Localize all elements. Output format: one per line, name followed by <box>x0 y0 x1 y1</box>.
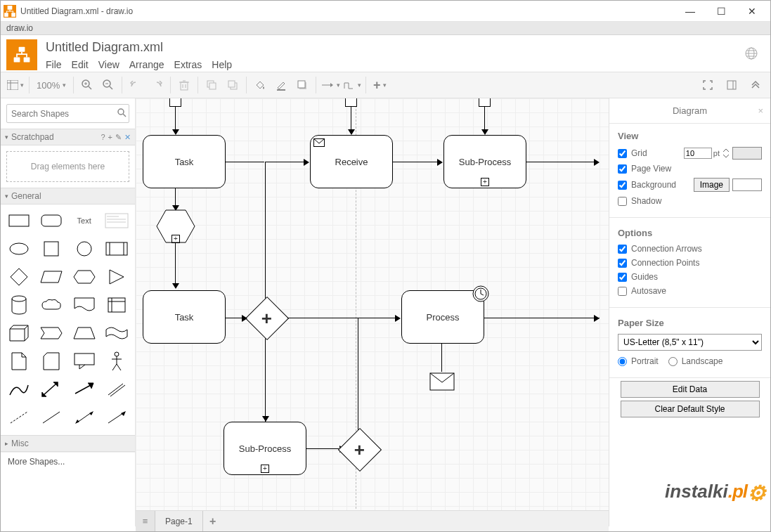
zoom-out-button[interactable] <box>99 76 117 94</box>
menu-view[interactable]: View <box>98 59 119 70</box>
shape-note[interactable] <box>5 349 33 373</box>
line-color-button[interactable] <box>272 76 290 94</box>
collapse-panel-button[interactable] <box>746 76 765 94</box>
autosave-checkbox[interactable] <box>618 287 627 296</box>
document-title[interactable]: Untitled Diagram.xml <box>46 40 745 56</box>
shape-hexagon[interactable] <box>70 265 98 289</box>
add-icon[interactable]: + <box>108 133 112 142</box>
conn-arrows-checkbox[interactable] <box>618 245 627 254</box>
expand-icon[interactable]: + <box>481 178 489 186</box>
canvas[interactable]: ⦙ Task Receive Sub-Process + <box>136 98 609 526</box>
shape-cloud[interactable] <box>37 293 65 317</box>
menu-arrange[interactable]: Arrange <box>129 59 164 70</box>
background-color-swatch[interactable] <box>732 179 762 191</box>
connection-style-button[interactable] <box>320 76 340 94</box>
shape-trapezoid[interactable] <box>70 321 98 345</box>
more-shapes-button[interactable]: More Shapes... <box>1 452 135 471</box>
shape-circle[interactable] <box>70 237 98 261</box>
zoom-in-button[interactable] <box>78 76 96 94</box>
hexagon-subprocess[interactable]: + <box>156 209 195 245</box>
background-checkbox[interactable] <box>618 181 627 190</box>
shape-callout[interactable] <box>70 349 98 373</box>
menu-file[interactable]: File <box>46 59 62 70</box>
shape-stub[interactable] <box>169 98 181 107</box>
clear-style-button[interactable]: Clear Default Style <box>621 401 760 417</box>
page-tab[interactable]: Page-1 <box>155 511 203 531</box>
general-header[interactable]: ▾ General <box>1 188 135 205</box>
search-input[interactable] <box>11 109 117 119</box>
grid-checkbox[interactable] <box>618 149 627 158</box>
pageview-checkbox[interactable] <box>618 164 627 174</box>
shape-ellipse[interactable] <box>5 237 33 261</box>
process-node[interactable]: Process <box>401 290 484 344</box>
message-node[interactable] <box>429 372 455 391</box>
maximize-button[interactable]: ☐ <box>706 1 737 21</box>
to-front-button[interactable] <box>202 76 221 94</box>
stepper-icon[interactable] <box>723 148 730 159</box>
shape-stub[interactable] <box>479 98 491 107</box>
search-icon[interactable] <box>117 108 127 119</box>
shape-square[interactable] <box>37 237 65 261</box>
add-page-button[interactable]: + <box>203 511 223 531</box>
shape-parallelogram[interactable] <box>37 265 65 289</box>
minimize-button[interactable]: — <box>675 1 706 21</box>
shape-cube[interactable] <box>5 321 33 345</box>
redo-button[interactable] <box>148 76 166 94</box>
shape-curve[interactable] <box>5 377 33 401</box>
scratchpad-dropzone[interactable]: Drag elements here <box>6 151 129 182</box>
background-image-button[interactable]: Image <box>694 178 730 192</box>
receive-node[interactable]: Receive <box>310 135 393 188</box>
guides-checkbox[interactable] <box>618 273 627 282</box>
menu-extras[interactable]: Extras <box>174 59 202 70</box>
conn-points-checkbox[interactable] <box>618 259 627 268</box>
edit-data-button[interactable]: Edit Data <box>621 381 760 398</box>
shape-bidir-connector[interactable] <box>70 406 98 429</box>
shape-actor[interactable] <box>103 349 131 373</box>
shape-link[interactable] <box>103 377 131 401</box>
shape-diamond[interactable] <box>5 265 33 289</box>
shape-line[interactable] <box>37 406 65 429</box>
search-shapes[interactable] <box>6 104 129 123</box>
page-tabs-menu[interactable]: ≡ <box>136 511 155 531</box>
expand-icon[interactable]: + <box>261 465 269 473</box>
shape-textbox[interactable] <box>103 209 131 233</box>
close-panel-icon[interactable]: × <box>758 105 763 116</box>
close-icon[interactable]: ✕ <box>124 133 131 142</box>
misc-header[interactable]: ▸ Misc <box>1 435 135 452</box>
edit-icon[interactable]: ✎ <box>115 133 122 142</box>
shape-internal-storage[interactable] <box>103 293 131 317</box>
shape-arrow[interactable] <box>70 377 98 401</box>
shape-bidir-arrow[interactable] <box>37 377 65 401</box>
portrait-radio[interactable] <box>618 357 627 366</box>
waypoint-style-button[interactable] <box>343 76 361 94</box>
shape-directional-connector[interactable] <box>103 406 131 429</box>
delete-button[interactable] <box>175 76 193 94</box>
shape-step[interactable] <box>37 321 65 345</box>
menu-help[interactable]: Help <box>212 59 232 70</box>
format-panel-button[interactable] <box>723 76 741 94</box>
papersize-select[interactable]: US-Letter (8,5" x 11") <box>618 334 762 351</box>
undo-button[interactable] <box>127 76 145 94</box>
expand-icon[interactable]: + <box>171 235 180 243</box>
to-back-button[interactable] <box>223 76 242 94</box>
shape-rectangle[interactable] <box>5 209 33 233</box>
shape-stub[interactable] <box>345 98 357 107</box>
view-mode-button[interactable] <box>6 76 25 94</box>
shape-dashed-edge[interactable] <box>5 406 33 429</box>
task-node[interactable]: Task <box>143 290 226 344</box>
grid-size-input[interactable] <box>684 148 712 159</box>
close-button[interactable]: ✕ <box>737 1 767 21</box>
zoom-level[interactable]: 100% ▾ <box>32 80 70 91</box>
shape-cylinder[interactable] <box>5 293 33 317</box>
subprocess-node[interactable]: Sub-Process + <box>223 422 306 475</box>
shape-tape[interactable] <box>103 321 131 345</box>
fill-color-button[interactable] <box>251 76 269 94</box>
subprocess-node[interactable]: Sub-Process + <box>443 135 526 188</box>
fullscreen-button[interactable] <box>699 76 717 94</box>
scratchpad-header[interactable]: ▾ Scratchpad ? + ✎ ✕ <box>1 129 135 145</box>
grid-color-swatch[interactable] <box>732 147 762 160</box>
menu-edit[interactable]: Edit <box>72 59 89 70</box>
shape-text[interactable]: Text <box>70 209 98 233</box>
landscape-radio[interactable] <box>668 357 678 366</box>
insert-button[interactable]: + <box>370 76 389 94</box>
